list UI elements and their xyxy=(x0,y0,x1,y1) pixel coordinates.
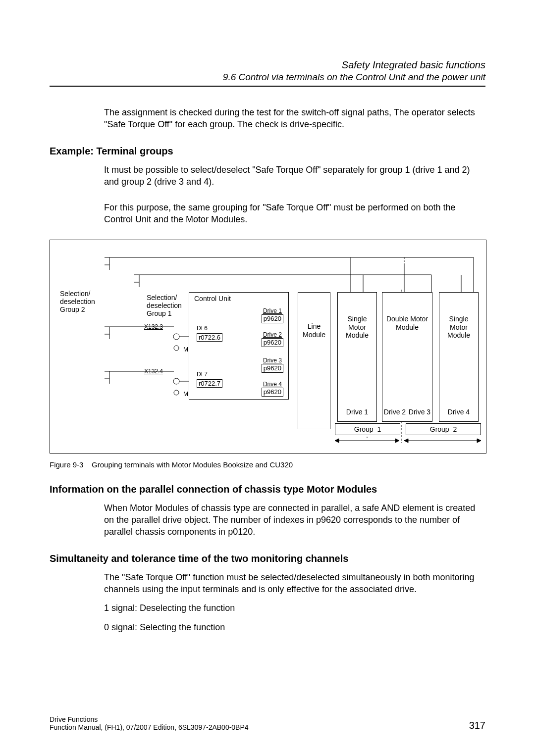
m-label-2: M xyxy=(183,391,188,398)
svg-marker-16 xyxy=(395,439,399,443)
figure-terminal-groups: M EP MEP MEP M EP xyxy=(50,240,486,454)
header-section: 9.6 Control via terminals on the Control… xyxy=(50,72,485,87)
simul-p3: 0 signal: Selecting the function xyxy=(104,621,485,633)
info-p1: When Motor Modules of chassis type are c… xyxy=(104,502,485,538)
control-unit-box: Control Unit Drive 1 p9620 DI 6 r0722.6 … xyxy=(189,292,289,400)
line-module-box: Line Module xyxy=(298,292,330,429)
svg-marker-15 xyxy=(335,439,339,443)
double-motor-module: Double Motor Module Drive 2 Drive 3 xyxy=(382,292,432,422)
header-chapter: Safety Integrated basic functions xyxy=(50,59,485,71)
drive4-block: Drive 4 p9620 xyxy=(262,381,283,397)
label-sel-g2: Selection/ deselection Group 2 xyxy=(60,290,95,313)
simul-p1: The "Safe Torque Off" function must be s… xyxy=(104,571,485,596)
svg-point-39 xyxy=(174,390,179,395)
drive-4-label: Drive 4 xyxy=(439,408,478,416)
x1323-label: X132.3 xyxy=(144,323,163,330)
example-heading: Example: Terminal groups xyxy=(50,146,485,157)
footer-line2: Function Manual, (FH1), 07/2007 Edition,… xyxy=(50,723,485,731)
simul-p2: 1 signal: Deselecting the function xyxy=(104,602,485,614)
di6-label: DI 6 xyxy=(197,325,208,332)
group1-box: Group 1 xyxy=(335,423,400,435)
info-heading: Information on the parallel connection o… xyxy=(50,484,485,495)
m-label-1: M xyxy=(183,346,188,353)
r07227-box: r0722.7 xyxy=(197,379,222,388)
control-unit-title: Control Unit xyxy=(189,293,288,303)
footer-line1: Drive Functions xyxy=(50,715,485,723)
x1324-label: X132.4 xyxy=(144,368,163,375)
single-motor-module-2: Single Motor Module Drive 4 xyxy=(439,292,479,422)
r07226-box: r0722.6 xyxy=(197,333,222,342)
label-sel-g1: Selection/ deselection Group 1 xyxy=(147,294,182,317)
svg-point-36 xyxy=(173,334,179,340)
group2-box: Group 2 xyxy=(406,423,481,435)
simul-heading: Simultaneity and tolerance time of the t… xyxy=(50,553,485,564)
drive-3-label: Drive 3 xyxy=(407,408,432,416)
single-motor-module-1: Single Motor Module Drive 1 xyxy=(337,292,377,422)
example-p1: It must be possible to select/deselect "… xyxy=(104,164,485,188)
svg-point-37 xyxy=(173,378,179,384)
intro-paragraph: The assignment is checked during the tes… xyxy=(104,106,485,131)
svg-point-38 xyxy=(174,346,179,351)
drive-2-label: Drive 2 xyxy=(382,408,407,416)
drive-1-label: Drive 1 xyxy=(338,408,376,416)
page-number: 317 xyxy=(469,720,485,731)
svg-marker-18 xyxy=(404,439,408,443)
di7-label: DI 7 xyxy=(197,371,208,378)
drive1-block: Drive 1 p9620 xyxy=(262,307,283,323)
drive3-block: Drive 3 p9620 xyxy=(262,357,283,373)
example-p2: For this purpose, the same grouping for … xyxy=(104,202,485,226)
page-footer: Drive Functions Function Manual, (FH1), … xyxy=(50,715,485,731)
drive2-block: Drive 2 p9620 xyxy=(262,331,283,347)
figure-caption: Figure 9-3 Grouping terminals with Motor… xyxy=(50,460,485,469)
svg-marker-19 xyxy=(477,439,481,443)
